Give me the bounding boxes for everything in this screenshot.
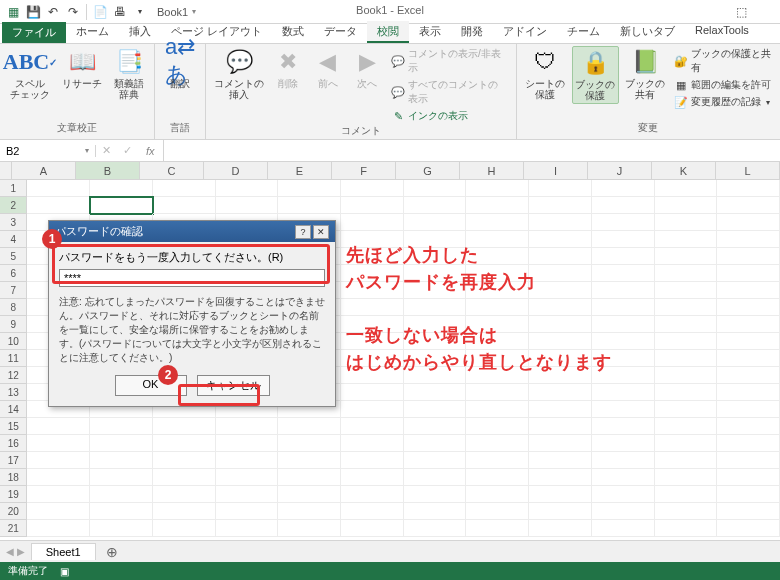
grid-cell[interactable] — [27, 418, 90, 435]
grid-cell[interactable] — [592, 469, 655, 486]
row-header[interactable]: 18 — [0, 469, 27, 486]
sheet-nav[interactable]: ◀ ▶ — [0, 546, 31, 557]
thesaurus-button[interactable]: 📑 類義語辞典 — [110, 46, 148, 102]
grid-cell[interactable] — [466, 214, 529, 231]
grid-cell[interactable] — [466, 231, 529, 248]
row-header[interactable]: 3 — [0, 214, 27, 231]
grid-cell[interactable] — [404, 248, 467, 265]
grid-cell[interactable] — [90, 418, 153, 435]
grid-cell[interactable] — [655, 486, 718, 503]
grid-cell[interactable] — [90, 469, 153, 486]
dialog-help-icon[interactable]: ? — [295, 225, 311, 239]
grid-cell[interactable] — [341, 180, 404, 197]
grid-cell[interactable] — [341, 435, 404, 452]
grid-cell[interactable] — [529, 350, 592, 367]
grid-cell[interactable] — [529, 452, 592, 469]
grid-cell[interactable] — [404, 282, 467, 299]
grid-cell[interactable] — [717, 248, 780, 265]
new-icon[interactable]: 📄 — [91, 3, 109, 21]
grid-cell[interactable] — [341, 452, 404, 469]
grid-cell[interactable] — [278, 435, 341, 452]
row-header[interactable]: 10 — [0, 333, 27, 350]
grid-cell[interactable] — [216, 418, 279, 435]
grid-cell[interactable] — [655, 180, 718, 197]
grid-cell[interactable] — [717, 486, 780, 503]
grid-cell[interactable] — [404, 520, 467, 537]
password-input[interactable] — [59, 269, 325, 287]
grid-cell[interactable] — [216, 469, 279, 486]
grid-cell[interactable] — [90, 435, 153, 452]
grid-cell[interactable] — [655, 435, 718, 452]
grid-cell[interactable] — [655, 503, 718, 520]
qat-dropdown-icon[interactable]: ▾ — [131, 3, 149, 21]
grid-cell[interactable] — [341, 503, 404, 520]
cancel-button[interactable]: キャンセル — [197, 375, 270, 396]
grid-cell[interactable] — [466, 180, 529, 197]
grid-cell[interactable] — [341, 299, 404, 316]
ribbon-tab[interactable]: 新しいタブ — [610, 21, 685, 43]
grid-cell[interactable] — [466, 418, 529, 435]
ok-button[interactable]: OK — [115, 375, 187, 396]
grid-cell[interactable] — [592, 401, 655, 418]
column-header[interactable]: C — [140, 162, 204, 179]
grid-cell[interactable] — [278, 520, 341, 537]
fx-icon[interactable]: fx — [138, 145, 163, 157]
grid-cell[interactable] — [216, 180, 279, 197]
grid-cell[interactable] — [529, 486, 592, 503]
grid-cell[interactable] — [717, 197, 780, 214]
protect-workbook-button[interactable]: 🔒 ブックの保護 — [572, 46, 619, 104]
grid-cell[interactable] — [529, 367, 592, 384]
grid-cell[interactable] — [717, 503, 780, 520]
namebox-dropdown-icon[interactable]: ▾ — [85, 146, 89, 155]
grid-cell[interactable] — [341, 384, 404, 401]
grid-cell[interactable] — [153, 486, 216, 503]
row-header[interactable]: 11 — [0, 350, 27, 367]
ribbon-tab[interactable]: 挿入 — [119, 21, 161, 43]
row-header[interactable]: 15 — [0, 418, 27, 435]
grid-cell[interactable] — [717, 418, 780, 435]
grid-cell[interactable] — [404, 384, 467, 401]
redo-icon[interactable]: ↷ — [64, 3, 82, 21]
grid-cell[interactable] — [717, 316, 780, 333]
grid-cell[interactable] — [655, 367, 718, 384]
row-header[interactable]: 6 — [0, 265, 27, 282]
grid-cell[interactable] — [404, 333, 467, 350]
column-header[interactable]: K — [652, 162, 716, 179]
research-button[interactable]: 📖 リサーチ — [58, 46, 106, 91]
grid-cell[interactable] — [529, 316, 592, 333]
grid-cell[interactable] — [717, 231, 780, 248]
grid-cell[interactable] — [278, 418, 341, 435]
grid-cell[interactable] — [529, 197, 592, 214]
grid-cell[interactable] — [404, 197, 467, 214]
grid-cell[interactable] — [466, 384, 529, 401]
grid-cell[interactable] — [404, 180, 467, 197]
grid-cell[interactable] — [404, 316, 467, 333]
track-changes-button[interactable]: 📝変更履歴の記録▾ — [672, 94, 774, 110]
grid-cell[interactable] — [27, 452, 90, 469]
new-comment-button[interactable]: 💬 コメントの挿入 — [212, 46, 266, 102]
grid-cell[interactable] — [717, 214, 780, 231]
grid-cell[interactable] — [341, 265, 404, 282]
grid-cell[interactable] — [717, 282, 780, 299]
grid-cell[interactable] — [655, 282, 718, 299]
grid-cell[interactable] — [717, 350, 780, 367]
prev-comment-button[interactable]: ◀ 前へ — [310, 46, 346, 91]
grid-cell[interactable] — [592, 180, 655, 197]
grid-cell[interactable] — [529, 282, 592, 299]
grid-cell[interactable] — [341, 418, 404, 435]
row-header[interactable]: 12 — [0, 367, 27, 384]
grid-cell[interactable] — [404, 350, 467, 367]
grid-cell[interactable] — [404, 231, 467, 248]
grid-cell[interactable] — [278, 469, 341, 486]
grid-cell[interactable] — [404, 486, 467, 503]
grid-cell[interactable] — [341, 350, 404, 367]
grid-cell[interactable] — [529, 469, 592, 486]
row-header[interactable]: 7 — [0, 282, 27, 299]
share-workbook-button[interactable]: 📗 ブックの共有 — [623, 46, 668, 102]
grid-cell[interactable] — [278, 452, 341, 469]
grid-cell[interactable] — [466, 520, 529, 537]
grid-cell[interactable] — [655, 401, 718, 418]
add-sheet-button[interactable]: ⊕ — [102, 542, 122, 562]
grid-cell[interactable] — [90, 197, 153, 214]
grid-cell[interactable] — [655, 316, 718, 333]
